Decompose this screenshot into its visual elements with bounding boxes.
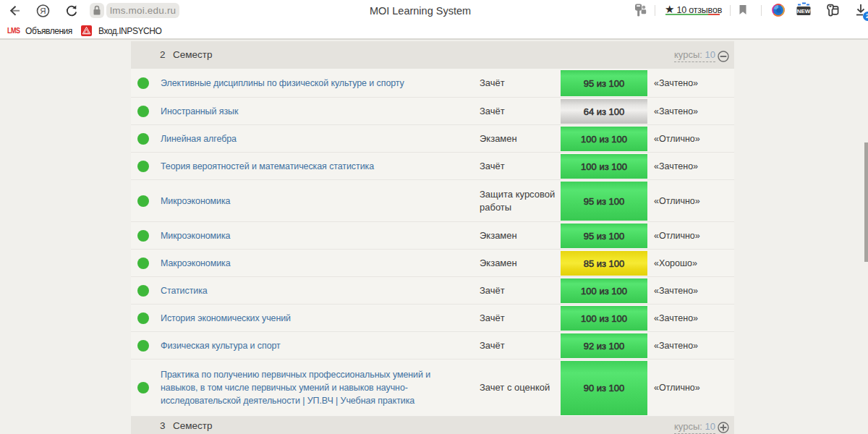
svg-text:NEW: NEW [797,8,811,14]
svg-text:Я: Я [40,7,46,15]
